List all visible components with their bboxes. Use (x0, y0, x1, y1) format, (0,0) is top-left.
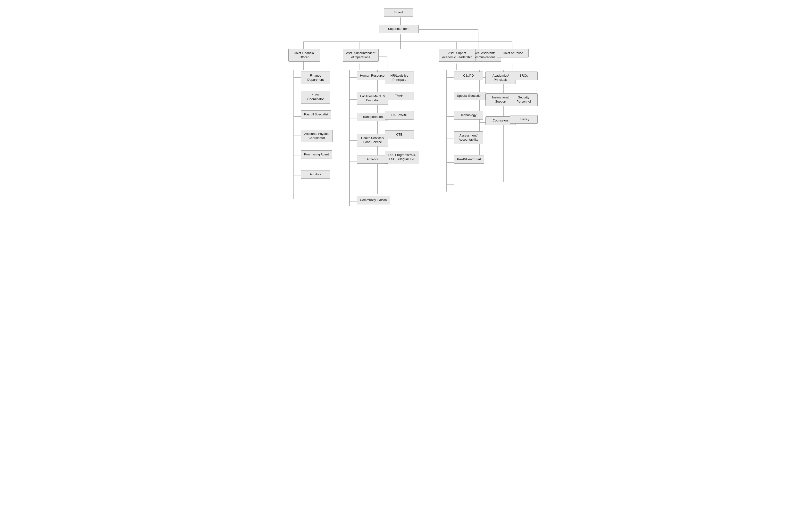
chart-container: Board Superintendent Exec. Assistant/Com… (272, 7, 529, 226)
athletics-node: Athletics (357, 155, 388, 164)
technology-node: Technology (454, 111, 483, 119)
cte-node: CTE (385, 130, 414, 139)
prek-node: Pre-K/Head Start (454, 155, 484, 164)
human-resources-node: Human Resources (357, 72, 389, 80)
security-node: Security Personnel (510, 93, 538, 106)
superintendent-node: Superintendent (379, 25, 419, 33)
transportation-node: Transportation (357, 113, 388, 121)
accounts-payable-node: Accounts PayableCoordinator (301, 130, 332, 142)
facilities-node: Facilities/Maint. &Custodial (357, 92, 388, 105)
community-liaison-node: Community Liaison (357, 196, 390, 204)
payroll-node: Payroll Specialist (301, 110, 331, 119)
purchasing-node: Purchasing Agent (301, 150, 332, 159)
candi-pd-node: C&I/PD (454, 72, 483, 80)
sros-node: SROs (510, 72, 538, 80)
truancy-node: Truancy (510, 115, 538, 124)
board-node: Board (384, 8, 413, 17)
asst-supt-ops-node: Asst. Superintendentof Operations (343, 49, 379, 62)
assessment-node: Assessment/Accountability (454, 131, 483, 144)
special-ed-node: Special Education (454, 92, 486, 100)
asst-supt-academic-node: Asst. Supt ofAcademic Leadership (439, 49, 475, 62)
peims-node: PEIMSCoordinator (301, 91, 330, 103)
finance-dept-node: FinanceDepartment (301, 72, 330, 84)
daep-node: DAEP/ABU (385, 111, 414, 119)
org-chart: Board Superintendent Exec. Assistant/Com… (5, 7, 796, 226)
health-services-node: Health Services/Food Service (357, 134, 388, 147)
hr-logistics-node: HR/LogisticsPrincipals (385, 72, 414, 84)
auditors-node: Auditors (301, 170, 330, 179)
fed-programs-node: Fed. Programs/504,ESL, Bilingual, GT (385, 151, 419, 164)
chief-police-node: Chief of Police (497, 49, 529, 57)
tvah-node: TVAH (385, 92, 414, 100)
cfo-node: Chief FinancialOfficer (288, 49, 320, 62)
